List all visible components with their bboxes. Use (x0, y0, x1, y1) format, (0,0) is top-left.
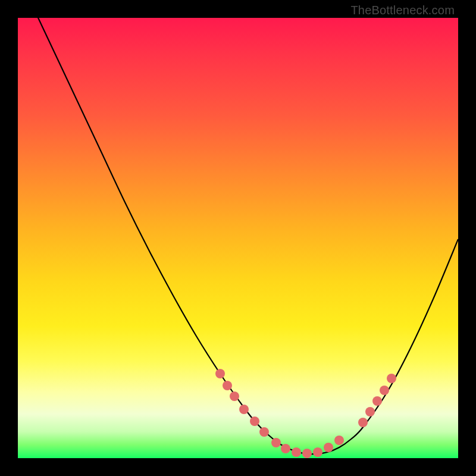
bottleneck-curve (30, 18, 458, 454)
watermark-text: TheBottleneck.com (350, 4, 455, 17)
marker-dot (387, 374, 396, 383)
chart-frame: TheBottleneck.com (0, 0, 476, 476)
marker-dot (239, 405, 249, 414)
marker-dot (313, 447, 322, 457)
marker-dot (292, 447, 301, 457)
marker-dot (372, 396, 382, 406)
marker-dot (380, 386, 389, 395)
marker-dot (215, 369, 225, 378)
marker-dot (230, 392, 239, 401)
marker-dot (250, 416, 259, 426)
marker-dot (358, 418, 368, 427)
chart-svg (18, 18, 458, 458)
marker-dot (271, 438, 281, 447)
marker-dot (259, 427, 269, 437)
marker-dot (365, 407, 375, 416)
marker-dot (334, 436, 344, 445)
marker-dot (223, 381, 232, 390)
marker-dot (281, 444, 290, 453)
curve-markers (215, 369, 396, 458)
marker-dot (324, 443, 333, 452)
marker-dot (302, 449, 312, 458)
